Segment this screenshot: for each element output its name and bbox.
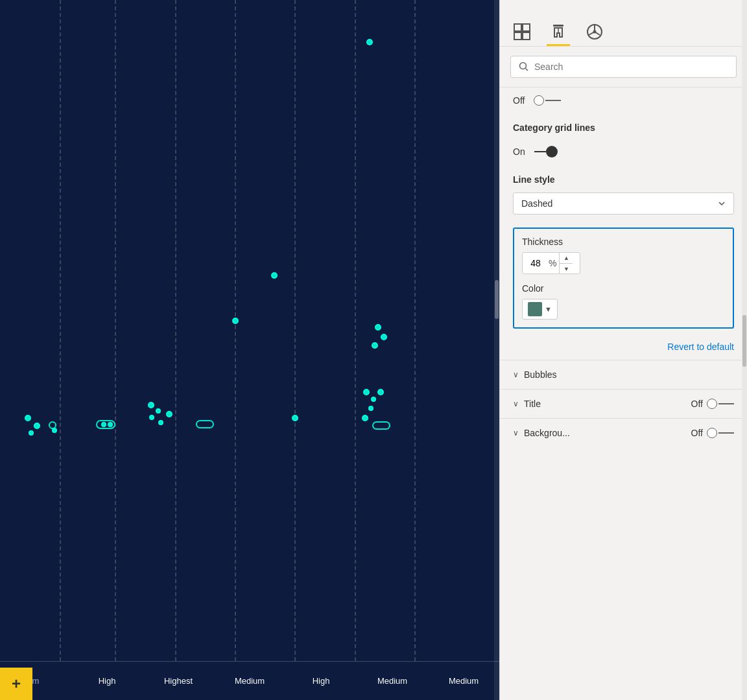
title-label: Title	[524, 399, 541, 409]
color-row: ▼	[522, 299, 725, 320]
axis-label: Medium	[428, 673, 499, 688]
category-grid-lines-header: Category grid lines	[500, 113, 747, 138]
thickness-label: Thickness	[522, 237, 725, 247]
thickness-input[interactable]	[523, 254, 549, 272]
toggle-line	[534, 151, 546, 152]
background-label: Backgrou...	[524, 428, 570, 438]
title-toggle-control[interactable]	[707, 399, 734, 409]
thickness-input-box: % ▲ ▼	[522, 252, 580, 274]
off-toggle-row: Off	[500, 88, 747, 113]
off-toggle-label: Off	[513, 95, 525, 106]
chart-panel: 3 m High Highest Medium High Medium Medi…	[0, 0, 499, 700]
bubbles-label: Bubbles	[524, 369, 557, 380]
on-toggle-control[interactable]	[534, 146, 558, 158]
title-section[interactable]: ∨ Title Off	[500, 389, 747, 418]
data-dot	[34, 423, 40, 429]
color-swatch	[528, 302, 542, 316]
background-toggle-right: Off	[691, 428, 734, 438]
title-toggle-right: Off	[691, 399, 734, 409]
chevron-down-icon	[718, 200, 726, 207]
data-dot	[166, 411, 172, 417]
thickness-decrement[interactable]: ▼	[560, 263, 573, 274]
chart-axis: 3 m High Highest Medium High Medium Medi…	[0, 661, 499, 700]
background-off-label: Off	[691, 428, 703, 438]
svg-rect-4	[553, 25, 563, 27]
svg-line-9	[526, 69, 528, 71]
axis-label: Medium	[357, 673, 428, 688]
revert-button[interactable]: Revert to default	[500, 334, 747, 360]
data-dot	[158, 420, 163, 425]
toggle-circle	[707, 399, 717, 409]
thickness-input-row: % ▲ ▼	[522, 252, 725, 274]
thickness-increment[interactable]: ▲	[560, 253, 573, 263]
data-dot	[232, 318, 239, 324]
off-toggle-control[interactable]	[534, 95, 561, 106]
add-button[interactable]: +	[0, 668, 32, 700]
analytics-icon	[586, 23, 604, 41]
grid-line	[414, 0, 416, 661]
data-dot	[363, 389, 370, 395]
title-chevron: ∨	[513, 399, 519, 408]
tab-format[interactable]	[549, 23, 567, 46]
axis-label: Medium	[214, 673, 285, 688]
on-toggle[interactable]: On	[513, 146, 558, 158]
tabs-row	[500, 0, 747, 47]
svg-rect-0	[514, 24, 521, 31]
chart-scroll-thumb[interactable]	[495, 280, 499, 319]
background-section[interactable]: ∨ Backgrou... Off	[500, 418, 747, 447]
svg-rect-2	[514, 32, 521, 40]
data-dot	[108, 422, 113, 427]
data-dot	[375, 324, 381, 331]
title-section-left: ∨ Title	[513, 399, 541, 409]
data-dot	[362, 415, 368, 421]
settings-content: Off Category grid lines On Line style	[500, 47, 747, 700]
grid-line	[60, 0, 61, 661]
chart-scrollbar[interactable]	[494, 0, 499, 700]
background-toggle-control[interactable]	[707, 428, 734, 438]
data-dot	[148, 402, 154, 408]
settings-panel: Off Category grid lines On Line style	[499, 0, 747, 700]
tab-analytics[interactable]	[586, 23, 604, 46]
line-style-dropdown[interactable]: Dashed	[513, 192, 734, 215]
grid-line	[294, 0, 296, 661]
axis-label: High	[285, 673, 357, 688]
search-box[interactable]	[510, 56, 737, 78]
data-dot	[292, 415, 298, 421]
axis-label: Highest	[143, 673, 214, 688]
thickness-spinner: ▲ ▼	[559, 253, 573, 274]
data-dot	[156, 408, 161, 414]
data-dot	[149, 415, 154, 420]
grid-line	[355, 0, 356, 661]
data-dot-ring	[372, 421, 390, 430]
bubbles-chevron: ∨	[513, 370, 519, 379]
background-section-left: ∨ Backgrou...	[513, 428, 570, 438]
svg-rect-1	[523, 24, 530, 31]
data-dot	[372, 342, 378, 349]
data-dot	[52, 428, 57, 433]
toggle-line	[545, 100, 561, 101]
toggle-circle	[534, 95, 544, 106]
bubbles-section[interactable]: ∨ Bubbles	[500, 360, 747, 389]
settings-scroll-thumb[interactable]	[742, 315, 746, 367]
color-swatch-button[interactable]: ▼	[522, 299, 558, 320]
toggle-circle	[546, 146, 558, 158]
toggle-line	[718, 403, 734, 404]
grid-line	[175, 0, 176, 661]
data-dot	[271, 272, 278, 279]
data-dot-ring	[196, 420, 214, 428]
settings-scrollbar[interactable]	[742, 0, 747, 700]
format-icon	[549, 23, 567, 41]
bubbles-section-left: ∨ Bubbles	[513, 369, 557, 380]
axis-label: High	[71, 673, 143, 688]
search-input[interactable]	[534, 62, 728, 72]
data-dot	[371, 397, 376, 402]
tab-grid[interactable]	[513, 23, 531, 46]
grid-line	[115, 0, 116, 661]
off-toggle[interactable]: Off	[513, 95, 561, 106]
data-dot	[366, 39, 373, 45]
on-toggle-row: On	[500, 138, 747, 165]
search-container	[500, 47, 747, 88]
data-dot	[29, 430, 34, 436]
toggle-line	[718, 432, 734, 434]
grid-icon	[513, 23, 531, 41]
